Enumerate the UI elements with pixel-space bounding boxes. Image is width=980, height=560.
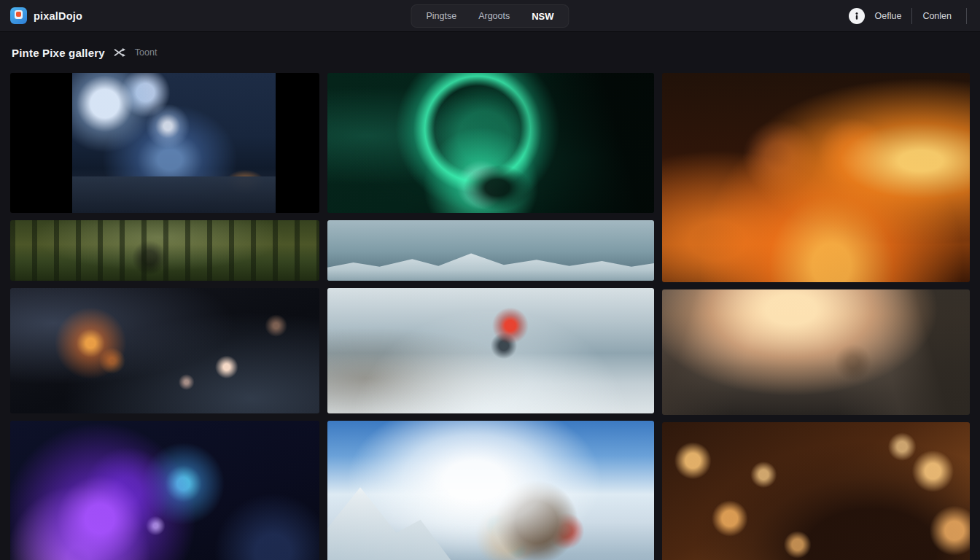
gallery-image-forest-figure[interactable] [10,220,319,281]
gallery-image-backpack-hiker[interactable] [327,421,655,560]
brand-name: pixalDojo [34,10,82,22]
nav-item-nsw[interactable]: NSW [532,11,553,22]
gallery-image-scifi-woman[interactable] [10,73,319,213]
info-glyph [852,12,861,20]
top-nav: pixalDojo Pingtse Argoots NSW Oeflue Con… [0,0,980,32]
nav-item-pingtse[interactable]: Pingtse [426,11,456,21]
nav-divider [911,8,912,24]
gallery-image-fire-figures[interactable] [662,73,970,282]
nav-edge-divider [966,8,967,24]
brand[interactable]: pixalDojo [10,7,82,24]
gallery-grid [0,73,980,560]
page-head: Pinte Pixe gallery Toont [0,32,980,73]
profile-label[interactable]: Oeflue [875,11,902,21]
gallery-image-green-portal[interactable] [327,73,655,213]
gallery-column-3 [662,73,970,560]
primary-nav: Pingtse Argoots NSW [411,4,569,28]
gallery-column-2 [327,73,655,560]
info-icon[interactable] [849,8,865,24]
page-subtitle: Toont [135,47,158,58]
page-title: Pinte Pixe gallery [12,47,105,59]
gallery-image-purple-electric[interactable] [10,421,319,560]
secondary-label[interactable]: Conlen [922,11,952,21]
gallery-column-1 [10,73,319,560]
shuffle-icon[interactable] [114,47,126,58]
main-content: Pinte Pixe gallery Toont [0,32,980,560]
gallery-image-couple-bokeh[interactable] [662,422,970,560]
gallery-image-red-climber[interactable] [327,288,655,413]
pixaldojo-logo-icon [10,7,27,24]
account-area: Oeflue Conlen [849,8,967,24]
nav-item-argoots[interactable]: Argoots [478,11,510,21]
gallery-image-icy-peaks[interactable] [327,220,655,281]
gallery-image-sunset-valley[interactable] [662,289,970,415]
gallery-image-dark-cosmic[interactable] [10,288,319,413]
